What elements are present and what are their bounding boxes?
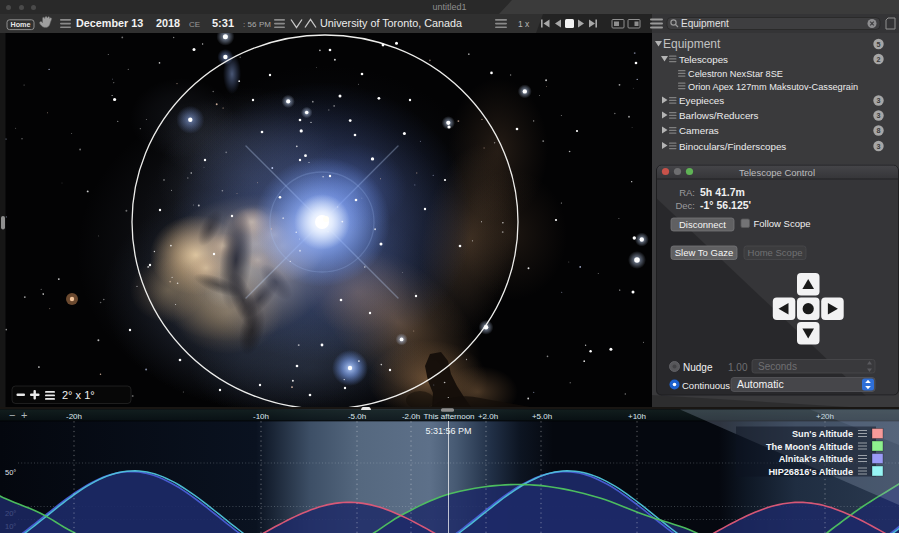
svg-text:Eyepieces: Eyepieces	[679, 95, 724, 106]
svg-text:Alnitak's Altitude: Alnitak's Altitude	[779, 454, 853, 464]
svg-text:Telescope Control: Telescope Control	[739, 167, 815, 178]
svg-text:Sun's Altitude: Sun's Altitude	[792, 429, 853, 439]
svg-text:1 x: 1 x	[518, 19, 530, 29]
svg-text:1.00: 1.00	[728, 362, 748, 373]
svg-text:+10h: +10h	[628, 412, 646, 421]
svg-text:2018: 2018	[156, 17, 180, 29]
svg-text:Cameras: Cameras	[679, 125, 719, 136]
svg-text:Nudge: Nudge	[683, 362, 713, 373]
svg-text:Follow Scope: Follow Scope	[754, 218, 811, 229]
svg-text:Slew To Gaze: Slew To Gaze	[675, 247, 733, 258]
svg-text:+2.0h: +2.0h	[478, 412, 498, 421]
svg-text:Disconnect: Disconnect	[679, 219, 726, 230]
svg-text:: 56: : 56	[243, 20, 257, 29]
svg-text:5:31: 5:31	[212, 17, 234, 29]
svg-text:-2.0h: -2.0h	[402, 412, 420, 421]
svg-text:−: −	[9, 409, 15, 421]
svg-text:-1° 56.125': -1° 56.125'	[700, 199, 751, 211]
svg-text:CE: CE	[189, 20, 200, 29]
svg-text:Barlows/Reducers: Barlows/Reducers	[679, 110, 759, 121]
svg-text:Telescopes: Telescopes	[679, 54, 728, 65]
svg-text:50°: 50°	[5, 468, 16, 477]
svg-text:2° x 1°: 2° x 1°	[62, 389, 95, 401]
svg-text:Dec:: Dec:	[675, 200, 695, 211]
svg-text:Orion Apex 127mm Maksutov-Cass: Orion Apex 127mm Maksutov-Cassegrain	[688, 82, 858, 92]
svg-text:3: 3	[877, 142, 881, 151]
svg-text:The Moon's Altitude: The Moon's Altitude	[766, 442, 853, 452]
svg-text:Celestron NexStar 8SE: Celestron NexStar 8SE	[688, 69, 783, 79]
svg-text:3: 3	[877, 96, 881, 105]
svg-text:5:31:56 PM: 5:31:56 PM	[425, 426, 471, 436]
svg-text:5: 5	[877, 40, 881, 49]
svg-text:Home: Home	[11, 20, 31, 29]
svg-text:Equipment: Equipment	[663, 37, 721, 51]
svg-text:University of Toronto, Canada: University of Toronto, Canada	[320, 17, 462, 29]
svg-text:HIP26816's Altitude: HIP26816's Altitude	[768, 467, 853, 477]
svg-text:8: 8	[877, 126, 881, 135]
svg-text:Continuous: Continuous	[682, 380, 730, 391]
svg-text:Equipment: Equipment	[681, 18, 729, 29]
svg-text:Binoculars/Finderscopes: Binoculars/Finderscopes	[679, 141, 786, 152]
svg-text:RA:: RA:	[679, 187, 695, 198]
svg-text:PM: PM	[259, 20, 271, 29]
svg-text:Automatic: Automatic	[737, 378, 784, 390]
svg-text:This afternoon: This afternoon	[423, 412, 474, 421]
svg-text:Seconds: Seconds	[758, 361, 797, 372]
svg-text:2: 2	[877, 55, 881, 64]
svg-text:-10h: -10h	[253, 412, 269, 421]
svg-text:-5.0h: -5.0h	[348, 412, 366, 421]
svg-text:+5.0h: +5.0h	[532, 412, 552, 421]
svg-text:+: +	[21, 409, 27, 421]
svg-text:5h 41.7m: 5h 41.7m	[700, 186, 745, 198]
svg-text:-20h: -20h	[66, 412, 82, 421]
svg-text:Home Scope: Home Scope	[748, 247, 803, 258]
svg-text:December 13: December 13	[76, 17, 143, 29]
svg-text:3: 3	[877, 111, 881, 120]
